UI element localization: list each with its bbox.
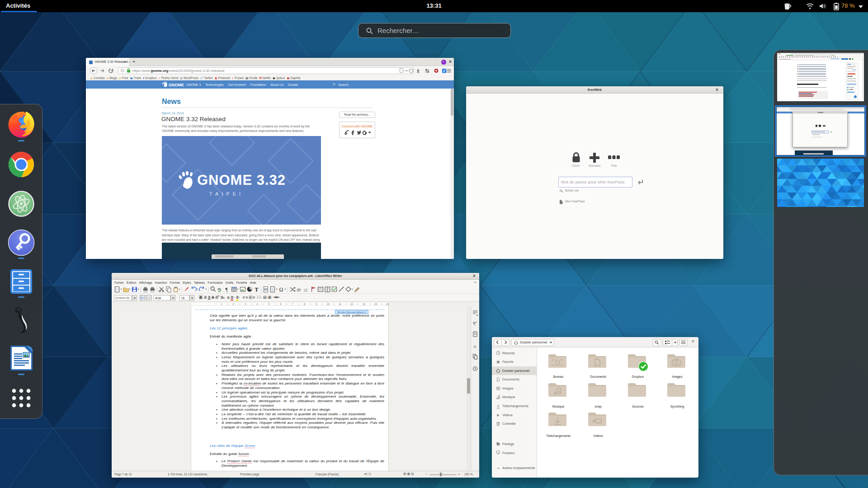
svg-text:13: 13 [363, 303, 365, 305]
svg-text:6: 6 [280, 303, 282, 305]
svg-text:¶: ¶ [226, 286, 228, 293]
svg-text:3: 3 [245, 303, 246, 305]
svg-text:15: 15 [386, 303, 389, 305]
svg-text:8: 8 [304, 303, 306, 305]
svg-text:ab: ab [297, 287, 301, 291]
svg-text:ab: ab [217, 287, 221, 291]
svg-text:A: A [473, 344, 476, 349]
svg-text:T: T [255, 286, 259, 293]
svg-text:2: 2 [233, 303, 234, 305]
svg-text:11: 11 [339, 303, 341, 305]
svg-text:Ω: Ω [279, 286, 283, 293]
svg-text:12: 12 [350, 303, 353, 305]
svg-text:ab: ab [304, 287, 308, 291]
svg-text:10: 10 [327, 303, 330, 305]
svg-text:14: 14 [374, 303, 377, 305]
svg-text:7: 7 [292, 303, 293, 305]
svg-text:9: 9 [316, 303, 317, 305]
svg-text:4: 4 [257, 303, 258, 305]
svg-text:1: 1 [221, 303, 222, 305]
svg-text:5: 5 [269, 303, 270, 305]
